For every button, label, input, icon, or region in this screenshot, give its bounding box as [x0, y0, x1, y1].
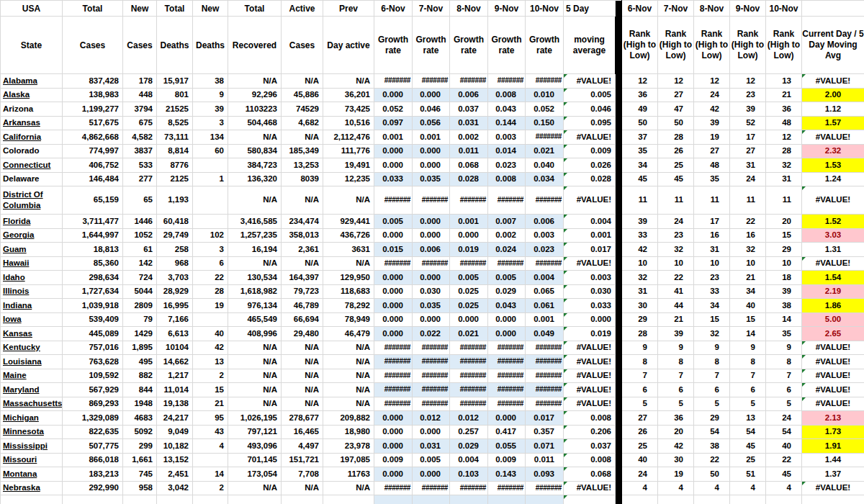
cell-prev-day-active[interactable]: 929,441: [323, 215, 374, 229]
cell-total-cases[interactable]: 763,628: [63, 355, 123, 369]
cell-current-vs-avg[interactable]: 1.37: [802, 467, 864, 482]
cell-total-deaths[interactable]: 2125: [157, 172, 193, 186]
cell-new-cases[interactable]: 277: [123, 172, 157, 186]
cell-growth-rate-3[interactable]: 0.144: [488, 116, 526, 130]
cell-new-cases[interactable]: 1052: [123, 228, 157, 243]
header-total-deaths[interactable]: Total: [157, 1, 193, 17]
cell-growth-rate-1[interactable]: 0.006: [413, 243, 450, 257]
cell-rank-3[interactable]: 32: [730, 243, 766, 257]
cell-growth-rate-4[interactable]: 0.061: [526, 299, 564, 313]
cell-total-deaths[interactable]: 14,662: [157, 355, 193, 369]
cell-new-cases[interactable]: 2809: [123, 299, 157, 313]
cell-total-cases[interactable]: 539,409: [63, 312, 123, 327]
cell-rank-2[interactable]: 54: [694, 425, 730, 439]
cell-new-cases[interactable]: 882: [123, 369, 157, 383]
cell-active-cases[interactable]: N/A: [282, 383, 323, 397]
cell-growth-rate-3[interactable]: [488, 495, 526, 504]
cell-moving-average[interactable]: 0.000: [564, 312, 616, 327]
cell-total-recovered[interactable]: 580,834: [228, 144, 282, 158]
cell-current-vs-avg[interactable]: #VALUE!: [802, 74, 864, 89]
cell-growth-rate-3[interactable]: #######: [488, 397, 526, 411]
cell-total-deaths[interactable]: 29,749: [157, 228, 193, 243]
cell-total-recovered[interactable]: 701,145: [228, 453, 282, 467]
cell-current-vs-avg[interactable]: 1.24: [802, 172, 864, 186]
cell-rank-3[interactable]: 31: [730, 158, 766, 173]
cell-current-vs-avg[interactable]: 2.19: [802, 284, 864, 299]
header-date-rank-3[interactable]: 9-Nov: [730, 1, 766, 17]
cell-growth-rate-1[interactable]: 0.000: [413, 467, 450, 482]
cell-rank-1[interactable]: 36: [658, 411, 694, 426]
cell-growth-rate-2[interactable]: 0.037: [450, 102, 488, 117]
cell-growth-rate-2[interactable]: 0.021: [450, 327, 488, 341]
cell-total-deaths[interactable]: 3,703: [157, 271, 193, 285]
cell-growth-rate-2[interactable]: 0.012: [450, 411, 488, 426]
cell-rank-1[interactable]: 4: [658, 481, 694, 495]
cell-moving-average[interactable]: 0.037: [564, 439, 616, 454]
cell-total-recovered[interactable]: N/A: [228, 341, 282, 355]
cell-growth-rate-1[interactable]: 0.005: [413, 453, 450, 467]
cell-active-cases[interactable]: 164,397: [282, 271, 323, 285]
cell-growth-rate-3[interactable]: 0.008: [488, 172, 526, 186]
cell-growth-rate-4[interactable]: 0.034: [526, 172, 564, 186]
cell-total-cases[interactable]: 507,775: [63, 439, 123, 454]
cell-prev-day-active[interactable]: N/A: [323, 256, 374, 271]
cell-rank-2[interactable]: 29: [694, 411, 730, 426]
cell-new-cases[interactable]: 1,895: [123, 341, 157, 355]
header-growth-rate-1[interactable]: Growth rate: [413, 17, 450, 74]
header-date-rank-0[interactable]: 6-Nov: [622, 1, 658, 17]
cell-growth-rate-4[interactable]: 0.010: [526, 88, 564, 102]
cell-moving-average[interactable]: [564, 495, 616, 504]
header-growth-rate-0[interactable]: Growth rate: [374, 17, 413, 74]
cell-total-recovered[interactable]: N/A: [228, 130, 282, 145]
cell-growth-rate-2[interactable]: 0.257: [450, 425, 488, 439]
cell-growth-rate-2[interactable]: 0.000: [450, 312, 488, 327]
header-date-growth-2[interactable]: 8-Nov: [450, 1, 488, 17]
header-active[interactable]: Active: [282, 1, 323, 17]
cell-total-deaths[interactable]: 1,217: [157, 369, 193, 383]
header-current-ratio[interactable]: Current Day / 5 Day Moving Avg: [802, 17, 864, 74]
cell-new-deaths[interactable]: 22: [193, 271, 228, 285]
cell-total-deaths[interactable]: 60,418: [157, 215, 193, 229]
cell-total-cases[interactable]: 869,293: [63, 397, 123, 411]
cell-rank-4[interactable]: 22: [766, 453, 802, 467]
cell-growth-rate-3[interactable]: #######: [488, 369, 526, 383]
header-cases-3[interactable]: Cases: [282, 17, 323, 74]
cell-growth-rate-0[interactable]: 0.000: [374, 425, 413, 439]
cell-rank-3[interactable]: 21: [730, 271, 766, 285]
cell-new-deaths[interactable]: 14: [193, 467, 228, 482]
cell-new-cases[interactable]: 3794: [123, 102, 157, 117]
cell-total-deaths[interactable]: 28,929: [157, 284, 193, 299]
cell-growth-rate-4[interactable]: #######: [526, 369, 564, 383]
cell-growth-rate-1[interactable]: 0.000: [413, 88, 450, 102]
cell-growth-rate-2[interactable]: 0.011: [450, 144, 488, 158]
cell-new-deaths[interactable]: [193, 215, 228, 229]
cell-rank-4[interactable]: 14: [766, 312, 802, 327]
cell-moving-average[interactable]: 0.028: [564, 172, 616, 186]
cell-rank-4[interactable]: 54: [766, 425, 802, 439]
cell-active-cases[interactable]: N/A: [282, 397, 323, 411]
cell-moving-average[interactable]: 0.008: [564, 453, 616, 467]
cell-prev-day-active[interactable]: 11763: [323, 467, 374, 482]
cell-rank-4[interactable]: 21: [766, 88, 802, 102]
cell-total-deaths[interactable]: 13,152: [157, 453, 193, 467]
cell-total-deaths[interactable]: [157, 495, 193, 504]
cell-rank-2[interactable]: 42: [694, 102, 730, 117]
cell-rank-3[interactable]: 51: [730, 467, 766, 482]
cell-new-deaths[interactable]: 95: [193, 411, 228, 426]
cell-rank-2[interactable]: 27: [694, 144, 730, 158]
cell-growth-rate-0[interactable]: #######: [374, 256, 413, 271]
cell-prev-day-active[interactable]: N/A: [323, 383, 374, 397]
cell-growth-rate-3[interactable]: 0.417: [488, 425, 526, 439]
cell-prev-day-active[interactable]: 19,491: [323, 158, 374, 173]
cell-current-vs-avg[interactable]: #VALUE!: [802, 256, 864, 271]
cell-total-cases[interactable]: 757,016: [63, 341, 123, 355]
cell-prev-day-active[interactable]: 18,980: [323, 425, 374, 439]
cell-growth-rate-0[interactable]: 0.000: [374, 88, 413, 102]
cell-growth-rate-3[interactable]: 0.023: [488, 158, 526, 173]
cell-growth-rate-2[interactable]: 0.001: [450, 215, 488, 229]
cell-new-cases[interactable]: 5092: [123, 425, 157, 439]
cell-active-cases[interactable]: N/A: [282, 130, 323, 145]
cell-growth-rate-1[interactable]: #######: [413, 383, 450, 397]
cell-growth-rate-3[interactable]: #######: [488, 186, 526, 215]
cell-rank-1[interactable]: 30: [658, 453, 694, 467]
